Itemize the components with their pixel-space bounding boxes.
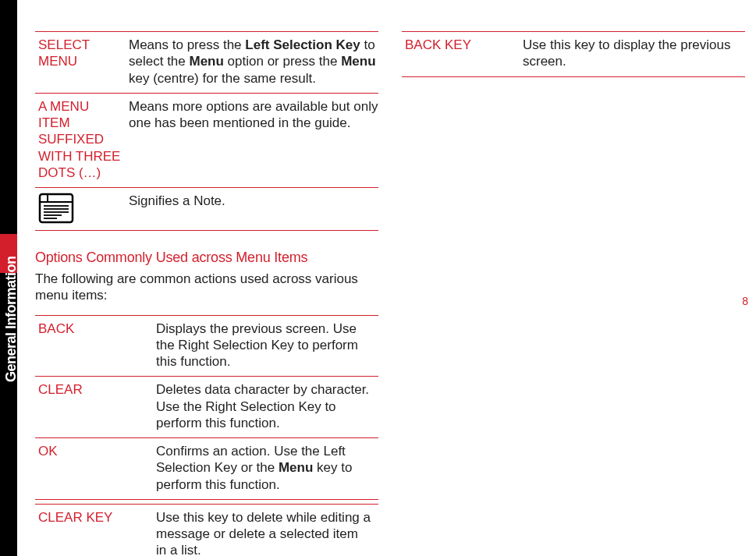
table-options: BACK Displays the previous screen. Use t… — [35, 315, 378, 557]
term: CLEAR — [35, 381, 156, 431]
table-row: SELECT MENU Means to press the Left Sele… — [35, 31, 378, 94]
description: Displays the previous screen. Use the Ri… — [156, 320, 378, 370]
term: SELECT MENU — [35, 37, 129, 87]
table-row: Signifies a Note. — [35, 188, 378, 231]
description: Signifies a Note. — [129, 193, 378, 224]
sidebar-label: General Information — [3, 256, 20, 382]
bold-text: Menu — [279, 460, 313, 475]
table-row: CLEAR Deletes data character by characte… — [35, 377, 378, 438]
term — [35, 193, 129, 224]
bold-text: Menu — [190, 54, 224, 69]
term: CLEAR KEY — [35, 509, 156, 556]
table-row: BACK Displays the previous screen. Use t… — [35, 315, 378, 377]
table-row: A MENU ITEM SUFFIXED WITH THREE DOTS (…)… — [35, 94, 378, 188]
page-content: SELECT MENU Means to press the Left Sele… — [35, 31, 748, 556]
description: Use this key to delete while editing a m… — [156, 509, 378, 556]
text: option or press the — [224, 54, 341, 69]
description: Means to press the Left Selection Key to… — [129, 37, 378, 87]
table-conventions: SELECT MENU Means to press the Left Sele… — [35, 31, 378, 231]
table-keys: BACK KEY Use this key to display the pre… — [402, 31, 745, 77]
table-row: BACK KEY Use this key to display the pre… — [402, 31, 745, 77]
table-row: OK Confirms an action. Use the Left Sele… — [35, 438, 378, 500]
text: key (centre) for the same result. — [129, 71, 316, 86]
term: BACK — [35, 320, 156, 370]
term: OK — [35, 443, 156, 493]
table-row: CLEAR KEY Use this key to delete while e… — [35, 505, 378, 556]
description: Means more options are available but onl… — [129, 98, 378, 181]
description: Use this key to display the previous scr… — [523, 37, 745, 70]
description: Confirms an action. Use the Left Selecti… — [156, 443, 378, 493]
left-column: SELECT MENU Means to press the Left Sele… — [35, 31, 378, 556]
bold-text: Left Selection Key — [245, 37, 360, 52]
intro-text: The following are common actions used ac… — [35, 271, 378, 304]
term: BACK KEY — [402, 37, 523, 70]
subheading-options: Options Commonly Used across Menu Items — [35, 250, 378, 266]
bold-text: Menu — [341, 54, 375, 69]
note-icon — [38, 193, 74, 224]
description: Deletes data character by character. Use… — [156, 381, 378, 431]
text: Means to press the — [129, 37, 245, 52]
right-column: BACK KEY Use this key to display the pre… — [402, 31, 745, 556]
term: A MENU ITEM SUFFIXED WITH THREE DOTS (…) — [35, 98, 129, 181]
